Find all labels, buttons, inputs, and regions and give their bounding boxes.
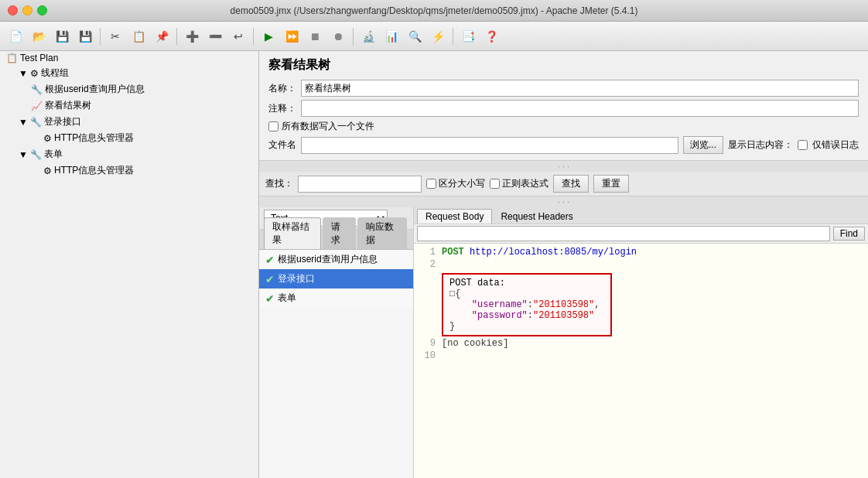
code-line-10: 10: [417, 350, 865, 363]
table-expand-icon: ▼: [19, 149, 28, 160]
new-button[interactable]: 📄: [5, 26, 26, 47]
tab-sampler-result[interactable]: 取样器结果: [264, 217, 321, 249]
tree-item-test-plan[interactable]: 📋 Test Plan: [0, 51, 258, 65]
thread-group-icon: ⚙: [30, 68, 39, 79]
reset-button[interactable]: 重置: [593, 175, 629, 193]
display-log-label: 显示日志内容：: [728, 138, 793, 152]
result-label-query-user: 根据userid查询用户信息: [278, 253, 378, 266]
monitor-button[interactable]: 📊: [381, 26, 402, 47]
detail-tab-request-headers[interactable]: Request Headers: [492, 209, 581, 224]
detail-tabs: Request Body Request Headers: [414, 207, 868, 224]
maximize-button[interactable]: [37, 5, 47, 15]
browse-button[interactable]: 浏览...: [683, 136, 723, 154]
http-mgr-2-icon: ⚙: [43, 166, 52, 176]
form-area: 察看结果树 名称： 注释： 所有数据写入一个文件 文件名 浏览... 显示日志内…: [259, 51, 868, 161]
search-func-button[interactable]: 🔍: [404, 26, 425, 47]
clear-button[interactable]: ↩: [227, 26, 249, 47]
find-button[interactable]: 查找: [553, 175, 589, 193]
result-item-query-user[interactable]: ✔ 根据userid查询用户信息: [259, 250, 413, 269]
tab-response[interactable]: 响应数据: [357, 217, 407, 249]
stop-button[interactable]: ⏹: [304, 26, 326, 47]
case-sensitive-checkbox[interactable]: [426, 179, 436, 189]
login-api-label: 登录接口: [44, 115, 81, 128]
save-all-button[interactable]: 💾: [74, 26, 96, 47]
results-list: ✔ 根据userid查询用户信息 ✔ 登录接口 ✔ 表单: [259, 250, 414, 308]
query-user-label: 根据userid查询用户信息: [45, 83, 145, 96]
post-data-box: POST data: □{ "username":"201103598", "p…: [442, 273, 612, 336]
separator-1: [100, 28, 101, 45]
title-bar: demo0509.jmx (/Users/zhangwenfang/Deskto…: [0, 0, 868, 22]
tree-item-http-mgr-1[interactable]: ⚙ HTTP信息头管理器: [0, 130, 258, 146]
close-button[interactable]: [8, 5, 18, 15]
result-icon-table: ✔: [265, 292, 275, 305]
toolbar: 📄 📂 💾 💾 ✂ 📋 📌 ➕ ➖ ↩ ▶ ⏩ ⏹ ⏺ 🔬 📊 🔍 ⚡ 📑 ❓: [0, 22, 868, 51]
find-input[interactable]: [417, 226, 830, 241]
thread-group-expand-icon: ▼: [19, 68, 28, 79]
window-controls: [8, 5, 47, 15]
tree-item-login-api[interactable]: ▼ 🔧 登录接口: [0, 114, 258, 130]
copy-button[interactable]: 📋: [128, 26, 149, 47]
save-button[interactable]: 💾: [51, 26, 73, 47]
table-label: 表单: [44, 148, 63, 161]
http-method: POST: [442, 247, 470, 258]
indent-button[interactable]: 📑: [457, 26, 479, 47]
open-button[interactable]: 📂: [28, 26, 50, 47]
view-tree-label: 察看结果树: [45, 99, 91, 112]
main-tabs: 取样器结果 请求 响应数据: [259, 230, 413, 250]
search-input[interactable]: [298, 176, 422, 193]
minimize-button[interactable]: [22, 5, 32, 15]
main-layout: 📋 Test Plan ▼ ⚙ 线程组 🔧 根据userid查询用户信息 📈 察…: [0, 51, 868, 478]
cut-button[interactable]: ✂: [104, 26, 126, 47]
login-api-icon: 🔧: [30, 117, 42, 128]
tree-item-view-tree[interactable]: 📈 察看结果树: [0, 97, 258, 114]
file-input[interactable]: [301, 137, 678, 154]
add-button[interactable]: ➕: [181, 26, 203, 47]
remove-button[interactable]: ➖: [204, 26, 226, 47]
detail-tab-request-body[interactable]: Request Body: [417, 209, 492, 224]
regex-checkbox[interactable]: [490, 179, 500, 189]
post-data-username-line: "username":"201103598",: [449, 299, 604, 310]
http-mgr-1-label: HTTP信息头管理器: [54, 131, 134, 145]
analyze-button[interactable]: 🔬: [357, 26, 379, 47]
post-data-close-brace: }: [449, 321, 604, 332]
name-input[interactable]: [301, 80, 859, 97]
thread-group-label: 线程组: [41, 67, 69, 80]
result-item-login[interactable]: ✔ 登录接口: [259, 269, 413, 289]
tab-request[interactable]: 请求: [323, 217, 356, 249]
result-item-table[interactable]: ✔ 表单: [259, 289, 413, 308]
paste-button[interactable]: 📌: [151, 26, 173, 47]
http-url: http://localhost:8085/my/login: [470, 247, 637, 258]
display-log-checkbox[interactable]: [798, 140, 808, 150]
code-line-2: 2: [417, 259, 865, 271]
find-btn[interactable]: Find: [833, 227, 865, 241]
file-row: 文件名 浏览... 显示日志内容： 仅错误日志: [268, 136, 859, 154]
run-all-button[interactable]: ⏩: [281, 26, 302, 47]
stop-all-button[interactable]: ⏺: [327, 26, 349, 47]
form-title: 察看结果树: [268, 57, 859, 73]
view-tree-icon: 📈: [31, 101, 43, 111]
tree-item-http-mgr-2[interactable]: ⚙ HTTP信息头管理器: [0, 162, 258, 179]
only-error-label: 仅错误日志: [812, 138, 859, 152]
post-data-open-brace: □{: [449, 289, 604, 299]
help-button[interactable]: ❓: [480, 26, 502, 47]
tree-item-query-user[interactable]: 🔧 根据userid查询用户信息: [0, 81, 258, 97]
separator-3: [253, 28, 254, 45]
divider-1: · · ·: [259, 161, 868, 172]
write-file-label: 所有数据写入一个文件: [282, 120, 374, 133]
code-line-9: 9 [no cookies]: [417, 338, 865, 350]
run-button[interactable]: ▶: [258, 26, 279, 47]
code-area: 1 POST http://localhost:8085/my/login 2: [414, 244, 868, 478]
search-bar: 查找： 区分大小写 正则表达式 查找 重置: [259, 172, 868, 196]
code-line-3: POST data: □{ "username":"201103598", "p…: [417, 271, 865, 338]
code-line-1: 1 POST http://localhost:8085/my/login: [417, 247, 865, 259]
write-file-checkbox[interactable]: [268, 121, 279, 131]
tree-item-table[interactable]: ▼ 🔧 表单: [0, 146, 258, 162]
window-title: demo0509.jmx (/Users/zhangwenfang/Deskto…: [231, 5, 638, 16]
search-bar-label: 查找：: [265, 177, 293, 190]
post-data-header-line: POST data:: [449, 278, 604, 289]
detail-area: Request Body Request Headers Find 1 POST…: [414, 207, 868, 478]
left-panel: 📋 Test Plan ▼ ⚙ 线程组 🔧 根据userid查询用户信息 📈 察…: [0, 51, 259, 478]
tree-item-thread-group[interactable]: ▼ ⚙ 线程组: [0, 65, 258, 81]
func-button[interactable]: ⚡: [427, 26, 449, 47]
comment-input[interactable]: [301, 100, 859, 117]
